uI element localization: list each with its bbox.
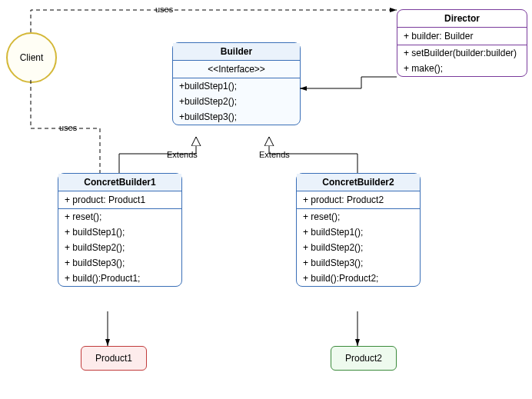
cb1-method: + build():Product1; xyxy=(58,271,181,286)
cb2-method: + buildStep1(); xyxy=(297,224,420,240)
product1-label: Product1 xyxy=(95,353,132,364)
cb2-method: + buildStep3(); xyxy=(297,255,420,271)
client-label: Client xyxy=(20,52,44,63)
director-method: + make(); xyxy=(397,61,527,76)
cb2-method: + build():Product2; xyxy=(297,271,420,286)
builder-class: Builder <<Interface>> +buildStep1(); +bu… xyxy=(172,42,301,125)
uses-label: uses xyxy=(58,123,78,132)
concretbuilder1-class: ConcretBuilder1 + product: Product1 + re… xyxy=(58,173,182,287)
builder-method: +buildStep1(); xyxy=(173,78,300,94)
cb1-method: + buildStep1(); xyxy=(58,224,181,240)
director-title: Director xyxy=(397,10,527,28)
product2-node: Product2 xyxy=(331,346,397,371)
builder-method: +buildStep3(); xyxy=(173,109,300,125)
diagram-canvas: Client Builder <<Interface>> +buildStep1… xyxy=(0,0,532,399)
cb1-method: + buildStep3(); xyxy=(58,255,181,271)
cb1-attr: + product: Product1 xyxy=(58,191,181,209)
client-node: Client xyxy=(6,32,57,83)
cb2-method: + reset(); xyxy=(297,209,420,224)
extends-label: Extends xyxy=(258,150,291,159)
extends-label: Extends xyxy=(165,150,199,159)
director-attr: + builder: Builder xyxy=(397,28,527,45)
builder-title: Builder xyxy=(173,43,300,61)
product1-node: Product1 xyxy=(81,346,147,371)
builder-stereotype: <<Interface>> xyxy=(173,61,300,78)
uses-label: uses xyxy=(154,5,175,14)
cb1-method: + buildStep2(); xyxy=(58,240,181,255)
concretbuilder2-class: ConcretBuilder2 + product: Product2 + re… xyxy=(296,173,421,287)
cb2-title: ConcretBuilder2 xyxy=(297,174,420,191)
director-class: Director + builder: Builder + setBuilder… xyxy=(397,9,527,77)
product2-label: Product2 xyxy=(345,353,382,364)
cb2-method: + buildStep2(); xyxy=(297,240,420,255)
director-method: + setBuilder(builder:builder) xyxy=(397,45,527,61)
cb2-attr: + product: Product2 xyxy=(297,191,420,209)
cb1-method: + reset(); xyxy=(58,209,181,224)
builder-method: +buildStep2(); xyxy=(173,94,300,109)
cb1-title: ConcretBuilder1 xyxy=(58,174,181,191)
